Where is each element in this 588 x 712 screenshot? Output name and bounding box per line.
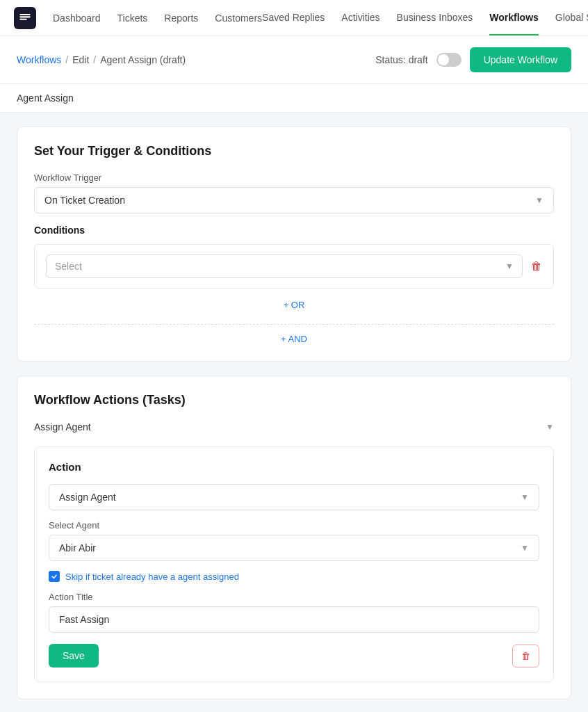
workflow-actions-card: Workflow Actions (Tasks) Assign Agent ▼ … — [17, 375, 571, 699]
and-button[interactable]: + AND — [281, 334, 307, 344]
action-header-chevron-icon: ▼ — [546, 422, 554, 432]
status-toggle[interactable] — [436, 53, 462, 67]
breadcrumb-workflows[interactable]: Workflows — [17, 54, 61, 65]
actions-section-title: Workflow Actions (Tasks) — [34, 393, 554, 407]
breadcrumb-sep-1: / — [65, 54, 68, 65]
skip-checkbox[interactable] — [49, 571, 60, 582]
action-title-input[interactable] — [49, 606, 539, 633]
app-logo — [14, 7, 36, 29]
nav-dashboard[interactable]: Dashboard — [53, 1, 101, 35]
conditions-section: Conditions Select ▼ 🗑 + OR — [34, 225, 554, 316]
main-content: Set Your Trigger & Conditions Workflow T… — [0, 113, 588, 712]
nav-tickets[interactable]: Tickets — [117, 1, 148, 35]
nav-customers[interactable]: Customers — [215, 1, 262, 35]
skip-checkbox-label[interactable]: Skip if ticket already have a agent assi… — [65, 572, 239, 582]
trigger-dropdown-value: On Ticket Creation — [44, 195, 125, 206]
trigger-chevron-icon: ▼ — [535, 195, 544, 205]
delete-action-button[interactable]: 🗑 — [512, 645, 539, 668]
skip-checkbox-row: Skip if ticket already have a agent assi… — [49, 571, 539, 582]
save-button[interactable]: Save — [49, 644, 99, 668]
condition-delete-icon[interactable]: 🗑 — [531, 260, 542, 273]
trigger-field-group: Workflow Trigger On Ticket Creation ▼ — [34, 172, 554, 213]
conditions-label: Conditions — [34, 225, 554, 236]
action-title-label: Action Title — [49, 592, 539, 602]
trigger-label: Workflow Trigger — [34, 172, 554, 183]
action-type-chevron-icon: ▼ — [521, 492, 529, 502]
nav-right-links: Saved Replies Activities Business Inboxe… — [262, 1, 588, 35]
agent-select-value: Abir Abir — [59, 542, 96, 553]
status-label: Status: draft — [375, 54, 427, 65]
update-workflow-button[interactable]: Update Workflow — [470, 47, 571, 72]
agent-chevron-icon: ▼ — [521, 543, 529, 553]
or-button[interactable]: + OR — [34, 294, 554, 316]
nav-reports[interactable]: Reports — [164, 1, 198, 35]
agent-select-label: Select Agent — [49, 520, 539, 531]
nav-saved-replies[interactable]: Saved Replies — [262, 1, 325, 35]
action-title-field: Action Title — [49, 592, 539, 633]
action-type-dropdown[interactable]: Assign Agent ▼ — [49, 484, 539, 510]
action-footer: Save 🗑 — [49, 644, 539, 668]
nav-activities[interactable]: Activities — [341, 1, 379, 35]
breadcrumb-sep-2: / — [93, 54, 96, 65]
action-type-value: Assign Agent — [59, 492, 116, 503]
condition-select-placeholder: Select — [55, 261, 82, 272]
page-header: Workflows / Edit / Agent Assign (draft) … — [0, 36, 588, 84]
toggle-dot — [438, 54, 449, 65]
header-right: Status: draft Update Workflow — [375, 47, 571, 72]
nav-links: Dashboard Tickets Reports Customers — [53, 1, 262, 35]
trigger-section-title: Set Your Trigger & Conditions — [34, 144, 554, 159]
condition-row: Select ▼ 🗑 — [34, 244, 554, 289]
breadcrumb: Workflows / Edit / Agent Assign (draft) — [17, 54, 186, 65]
action-type-field: Assign Agent ▼ — [49, 484, 539, 510]
action-body: Action Assign Agent ▼ Select Agent Abir … — [34, 446, 554, 682]
workflow-name-bar: Agent Assign — [0, 84, 588, 113]
nav-business-inboxes[interactable]: Business Inboxes — [397, 1, 473, 35]
breadcrumb-edit: Edit — [72, 54, 89, 65]
action-collapsible-header[interactable]: Assign Agent ▼ — [34, 421, 554, 432]
condition-chevron-icon: ▼ — [505, 261, 514, 271]
agent-select-dropdown[interactable]: Abir Abir ▼ — [49, 535, 539, 561]
action-header-title: Assign Agent — [34, 421, 91, 432]
trigger-dropdown[interactable]: On Ticket Creation ▼ — [34, 187, 554, 213]
nav-workflows[interactable]: Workflows — [489, 1, 539, 35]
nav-global-settings[interactable]: Global Settings — [555, 1, 588, 35]
workflow-name: Agent Assign — [17, 92, 74, 104]
condition-select-dropdown[interactable]: Select ▼ — [46, 254, 523, 278]
delete-action-icon: 🗑 — [521, 651, 530, 661]
agent-select-field: Select Agent Abir Abir ▼ — [49, 520, 539, 561]
breadcrumb-draft: Agent Assign (draft) — [100, 54, 186, 65]
and-divider: + AND — [34, 324, 554, 344]
trigger-conditions-card: Set Your Trigger & Conditions Workflow T… — [17, 127, 571, 362]
top-navigation: Dashboard Tickets Reports Customers Save… — [0, 0, 588, 36]
action-body-title: Action — [49, 461, 539, 473]
